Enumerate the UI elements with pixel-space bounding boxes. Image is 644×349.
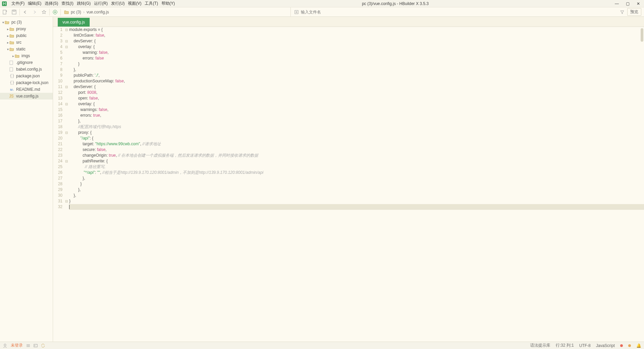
- code-line[interactable]: }: [69, 61, 644, 67]
- tree-item[interactable]: .gitignore: [0, 59, 53, 66]
- bell-icon[interactable]: 🔔: [636, 343, 641, 348]
- menu-find[interactable]: 查找(I): [60, 0, 75, 7]
- code-line[interactable]: productionSourceMap: false,: [69, 78, 644, 84]
- code-line[interactable]: },: [69, 187, 644, 193]
- fold-toggle[interactable]: ⊟: [64, 84, 68, 90]
- menu-select[interactable]: 选择(S): [43, 0, 59, 7]
- file-icon: [9, 61, 15, 65]
- tree-root[interactable]: ▾ pc (3): [0, 19, 53, 26]
- fold-toggle[interactable]: ⊟: [64, 38, 68, 44]
- menu-publish[interactable]: 发行(U): [110, 0, 126, 7]
- tree-item[interactable]: ▸imgs: [0, 52, 53, 59]
- fold-toggle: [64, 95, 68, 101]
- fold-toggle[interactable]: ⊟: [64, 158, 68, 164]
- fold-toggle[interactable]: ⊟: [64, 130, 68, 135]
- code-editor[interactable]: 1234567891011121314151617181920212223242…: [53, 27, 644, 342]
- tree-item[interactable]: M↓README.md: [0, 86, 53, 93]
- svg-point-15: [4, 344, 6, 346]
- fold-toggle[interactable]: ⊟: [64, 101, 68, 107]
- code-line[interactable]: [69, 204, 644, 210]
- warning-indicator[interactable]: [628, 343, 631, 348]
- code-line[interactable]: // 路径重写,: [69, 164, 644, 170]
- tab-active[interactable]: vue.config.js: [58, 18, 90, 27]
- syntax-hint[interactable]: 语法提示库: [530, 343, 550, 348]
- fold-toggle[interactable]: ⊟: [64, 44, 68, 50]
- code-line[interactable]: target: "https://www.99cwb.com", //请求地址: [69, 141, 644, 147]
- code-line[interactable]: proxy: {: [69, 130, 644, 135]
- code-line[interactable]: secure: false,: [69, 147, 644, 153]
- tree-item[interactable]: ▾static: [0, 46, 53, 52]
- code-line[interactable]: lintOnSave: false,: [69, 33, 644, 38]
- terminal-icon[interactable]: [34, 344, 38, 348]
- sync-icon[interactable]: [41, 344, 45, 348]
- code-line[interactable]: open: false,: [69, 95, 644, 101]
- new-file-icon[interactable]: [0, 7, 9, 17]
- search-input[interactable]: [301, 10, 438, 14]
- maximize-button[interactable]: ▢: [625, 1, 630, 6]
- menu-run[interactable]: 运行(R): [93, 0, 109, 7]
- tree-item[interactable]: {}package-lock.json: [0, 79, 53, 86]
- code-line[interactable]: "^/api": "", //相当于是http://139.9.170.120:…: [69, 170, 644, 176]
- user-icon[interactable]: [3, 343, 7, 348]
- fold-toggle: [64, 135, 68, 141]
- code-line[interactable]: devServer: {: [69, 38, 644, 44]
- code-line[interactable]: pathRewrite: {: [69, 158, 644, 164]
- code-line[interactable]: errors: false: [69, 55, 644, 61]
- list-icon[interactable]: [26, 344, 30, 348]
- code-line[interactable]: },: [69, 118, 644, 124]
- encoding[interactable]: UTF-8: [579, 343, 591, 348]
- error-indicator[interactable]: [620, 343, 623, 348]
- language-mode[interactable]: JavaScript: [596, 343, 615, 348]
- code-line[interactable]: "/api": {: [69, 135, 644, 141]
- tree-item[interactable]: ▸proxy: [0, 26, 53, 32]
- code-line[interactable]: warning: false,: [69, 50, 644, 55]
- code-line[interactable]: },: [69, 193, 644, 198]
- menu-edit[interactable]: 编辑(E): [27, 0, 43, 7]
- minimize-button[interactable]: —: [614, 1, 619, 6]
- svg-text:H: H: [3, 1, 6, 6]
- breadcrumb-item[interactable]: vue.config.js: [87, 10, 109, 14]
- code-line[interactable]: devServer: {: [69, 84, 644, 90]
- tree-item[interactable]: JSvue.config.js: [0, 93, 53, 100]
- preview-button[interactable]: 预览: [627, 8, 641, 16]
- back-icon[interactable]: [20, 7, 30, 17]
- code-line[interactable]: }: [69, 181, 644, 187]
- close-button[interactable]: ✕: [636, 1, 641, 6]
- menu-file[interactable]: 文件(F): [10, 0, 26, 7]
- code-line[interactable]: module.exports = {: [69, 27, 644, 33]
- breadcrumb-item[interactable]: pc (3): [71, 10, 81, 14]
- tree-item[interactable]: ▸public: [0, 32, 53, 39]
- code-line[interactable]: }: [69, 198, 644, 204]
- code-line[interactable]: changeOrigin: true, // 在本地会创建一个虚拟服务端，然后发…: [69, 153, 644, 158]
- run-icon[interactable]: [50, 7, 60, 17]
- code-line[interactable]: publicPath: './',: [69, 73, 644, 78]
- code-line[interactable]: errors: true,: [69, 113, 644, 118]
- code-line[interactable]: warnings: false,: [69, 107, 644, 113]
- menu-help[interactable]: 帮助(Y): [160, 0, 176, 7]
- folder-open-icon: [5, 21, 10, 24]
- new-tab-icon[interactable]: [294, 10, 299, 14]
- chevron-icon: ▸: [6, 34, 9, 38]
- code-line[interactable]: overlay: {: [69, 101, 644, 107]
- save-icon[interactable]: [9, 7, 19, 17]
- code-line[interactable]: },: [69, 176, 644, 181]
- code-line[interactable]: overlay: {: [69, 44, 644, 50]
- star-icon[interactable]: [39, 7, 49, 17]
- filter-icon[interactable]: [620, 10, 625, 14]
- tree-item[interactable]: ▸src: [0, 39, 53, 46]
- scrollbar-thumb[interactable]: [641, 28, 643, 42]
- fold-toggle[interactable]: ⊟: [64, 198, 68, 204]
- tree-item[interactable]: babel.config.js: [0, 66, 53, 73]
- code-line[interactable]: port: 8008,: [69, 90, 644, 95]
- code-line[interactable]: },: [69, 67, 644, 73]
- menu-goto[interactable]: 跳转(G): [76, 0, 92, 7]
- code-content[interactable]: module.exports = { lintOnSave: false, de…: [68, 27, 644, 342]
- menu-view[interactable]: 视图(V): [127, 0, 143, 7]
- menu-tools[interactable]: 工具(T): [143, 0, 159, 7]
- tree-item[interactable]: {}package.json: [0, 73, 53, 79]
- code-line[interactable]: //配置跨域代理http,https: [69, 124, 644, 130]
- login-status[interactable]: 未登录: [11, 343, 23, 348]
- fold-toggle[interactable]: ⊟: [64, 27, 68, 33]
- separator: [60, 9, 61, 15]
- forward-icon[interactable]: [30, 7, 39, 17]
